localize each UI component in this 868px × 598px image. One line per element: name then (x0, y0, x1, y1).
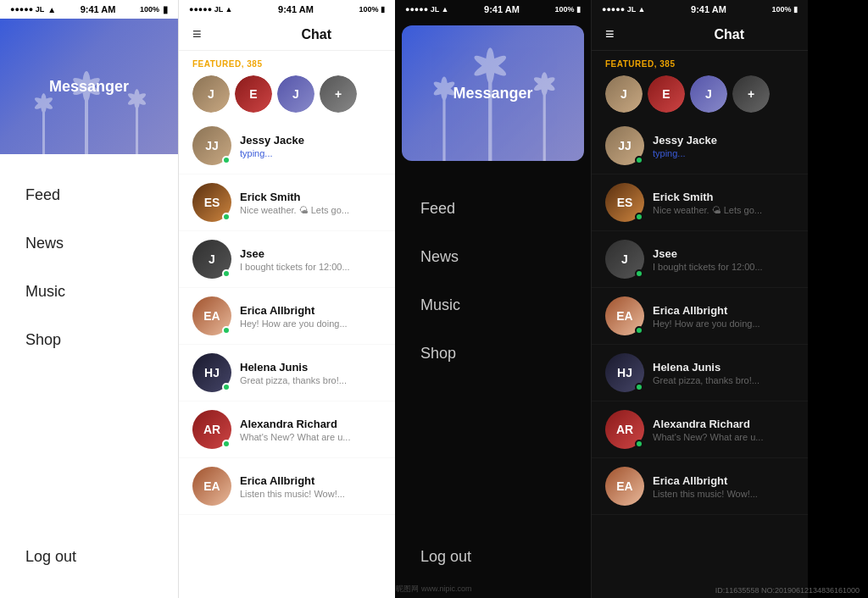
chat-name: Erica Allbright (240, 474, 381, 487)
featured-avatar-4[interactable]: + (320, 75, 357, 113)
nav-item-music[interactable]: Music (0, 268, 178, 316)
featured-avatar-1[interactable]: J (192, 75, 230, 113)
dark-online-indicator (635, 383, 643, 391)
chat-avatar-wrap: AR (192, 410, 231, 449)
featured-avatar-3[interactable]: J (277, 75, 314, 113)
chat-info: Jsee I bought tickets for 12:00... (240, 247, 381, 272)
chat-message: typing... (240, 148, 381, 158)
dark-chat-list: JJ Jessy Jacke typing... ES Erick Smith … (592, 118, 808, 598)
white-chat-list: JJ Jessy Jacke typing... ES Erick Smith … (179, 118, 395, 598)
dark-feat-avatar-4[interactable]: + (732, 75, 770, 113)
online-indicator (222, 383, 231, 391)
wifi-icon: ▲ (47, 5, 56, 14)
dark-chat-info: Erica Allbright Listen this music! Wow!.… (653, 474, 794, 499)
chat-name: Jsee (240, 247, 381, 260)
dark-nav-music[interactable]: Music (395, 281, 591, 329)
dark-hero-banner: Messanger (402, 25, 584, 161)
nav-item-shop[interactable]: Shop (0, 316, 178, 364)
dark-chat-panel: ●●●●● JL ▲ 9:41 AM 100% ▮ ≡ Chat FEATURE… (591, 0, 808, 598)
featured-avatar-2[interactable]: E (235, 75, 272, 113)
dark-chat-message: What's New? What are u... (653, 432, 794, 442)
dark-chat-info: Alexandra Richard What's New? What are u… (653, 418, 794, 442)
dark-chat-name: Helena Junis (653, 361, 794, 374)
battery-icon: ▮ (163, 4, 168, 15)
dark-online-indicator (635, 156, 643, 164)
chat-info: Jessy Jacke typing... (240, 134, 381, 158)
dark-nav-news[interactable]: News (395, 233, 591, 281)
dark-hamburger-icon[interactable]: ≡ (605, 25, 615, 43)
dark-chat-info: Jsee I bought tickets for 12:00... (653, 247, 794, 272)
chat-item[interactable]: ES Erick Smith Nice weather. 🌤 Lets go..… (179, 174, 395, 231)
chat-avatar: EA (192, 467, 231, 506)
chat-item[interactable]: JJ Jessy Jacke typing... (179, 118, 395, 174)
chat-avatar-wrap: J (192, 240, 231, 279)
dark-chat-item[interactable]: AR Alexandra Richard What's New? What ar… (592, 401, 808, 458)
carrier-signal: ●●●●● JL ▲ (10, 5, 56, 14)
chat-info: Erick Smith Nice weather. 🌤 Lets go... (240, 191, 381, 215)
dark-logout-button[interactable]: Log out (395, 533, 591, 581)
chat-message: Listen this music! Wow!... (240, 489, 381, 499)
chat-info: Helena Junis Great pizza, thanks bro!... (240, 361, 381, 385)
dark-nav-menu: Feed News Music Shop Log out (395, 168, 591, 598)
left-status-bar: ●●●●● JL ▲ 9:41 AM 100% ▮ (0, 0, 178, 19)
dark-chat-name: Erica Allbright (653, 474, 794, 487)
dark-chat-item[interactable]: J Jsee I bought tickets for 12:00... (592, 231, 808, 288)
left-white-panel: ●●●●● JL ▲ 9:41 AM 100% ▮ Messanger Feed… (0, 0, 178, 598)
chat-name: Erick Smith (240, 191, 381, 203)
dark-online-indicator (635, 326, 643, 335)
chat-item[interactable]: EA Erica Allbright Listen this music! Wo… (179, 458, 395, 515)
dark-featured-avatars: J E J + (605, 75, 794, 113)
dark-chat-item[interactable]: JJ Jessy Jacke typing... (592, 118, 808, 174)
chat-item[interactable]: EA Erica Allbright Hey! How are you doin… (179, 288, 395, 345)
dark-chat-info: Erica Allbright Hey! How are you doing..… (653, 304, 794, 329)
nav-item-feed[interactable]: Feed (0, 171, 178, 219)
hamburger-icon[interactable]: ≡ (192, 25, 202, 43)
dark-carrier: ●●●●● JL ▲ (405, 5, 448, 14)
dark-chat-item[interactable]: EA Erica Allbright Hey! How are you doin… (592, 288, 808, 345)
online-indicator (222, 269, 231, 278)
battery-percent: 100% (140, 5, 159, 14)
chat-message: Nice weather. 🌤 Lets go... (240, 205, 381, 215)
logout-button[interactable]: Log out (0, 533, 178, 581)
chat-carrier: ●●●●● JL ▲ (189, 5, 232, 14)
chat-status-bar: ●●●●● JL ▲ 9:41 AM 100% ▮ (179, 0, 395, 19)
dark-chat-message: Listen this music! Wow!... (653, 489, 794, 499)
chat-name: Erica Allbright (240, 304, 381, 317)
dark-status-bar: ●●●●● JL ▲ 9:41 AM 100% ▮ (395, 0, 591, 19)
dark-nav-feed[interactable]: Feed (395, 185, 591, 233)
dark-avatar-wrap: EA (605, 296, 644, 335)
online-indicator (222, 156, 231, 164)
dark-chat-item[interactable]: ES Erick Smith Nice weather. 🌤 Lets go..… (592, 174, 808, 231)
dark-nav-shop[interactable]: Shop (395, 329, 591, 378)
chat-header: ≡ Chat (179, 19, 395, 51)
dark-feat-avatar-1[interactable]: J (605, 75, 643, 113)
dark-chat-title: Chat (714, 27, 744, 42)
dark-chat-message: I bought tickets for 12:00... (653, 262, 794, 272)
featured-avatars: J E J + (192, 75, 381, 113)
online-indicator (222, 326, 231, 335)
dark-chat-message: typing... (653, 148, 794, 158)
dark-chat-item[interactable]: HJ Helena Junis Great pizza, thanks bro!… (592, 345, 808, 401)
chat-time: 9:41 AM (278, 4, 314, 14)
dark-online-indicator (635, 440, 643, 448)
dark-feat-avatar-2[interactable]: E (648, 75, 685, 113)
dark-online-indicator (635, 213, 643, 221)
chat-avatar-wrap: EA (192, 296, 231, 335)
chat-item[interactable]: J Jsee I bought tickets for 12:00... (179, 231, 395, 288)
watermark: 昵图网 www.nipic.com (0, 584, 868, 595)
chat-message: Hey! How are you doing... (240, 318, 381, 329)
dark-feat-avatar-3[interactable]: J (690, 75, 727, 113)
nav-item-news[interactable]: News (0, 219, 178, 268)
dark-chat-carrier: ●●●●● JL ▲ (602, 5, 645, 14)
dark-chat-name: Jsee (653, 247, 794, 260)
chat-item[interactable]: HJ Helena Junis Great pizza, thanks bro!… (179, 345, 395, 401)
dark-chat-status-bar: ●●●●● JL ▲ 9:41 AM 100% ▮ (592, 0, 808, 19)
chat-item[interactable]: AR Alexandra Richard What's New? What ar… (179, 401, 395, 458)
dark-chat-item[interactable]: EA Erica Allbright Listen this music! Wo… (592, 458, 808, 515)
dark-avatar-wrap: J (605, 240, 644, 279)
dark-avatar-wrap: JJ (605, 126, 644, 165)
dark-chat-message: Hey! How are you doing... (653, 318, 794, 329)
chat-message: Great pizza, thanks bro!... (240, 375, 381, 385)
chat-message: What's New? What are u... (240, 432, 381, 442)
chat-message: I bought tickets for 12:00... (240, 262, 381, 272)
